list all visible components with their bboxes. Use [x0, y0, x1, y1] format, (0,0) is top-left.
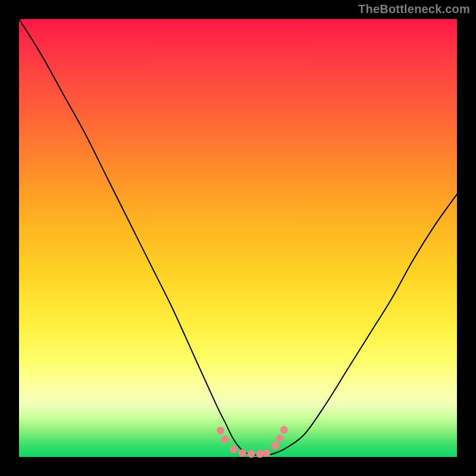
highlight-dot: [275, 435, 283, 443]
highlight-dot: [248, 450, 255, 458]
chart-frame: TheBottleneck.com: [0, 0, 476, 476]
chart-plot-area: [19, 19, 457, 457]
highlight-dot: [217, 427, 224, 434]
watermark-text: TheBottleneck.com: [358, 2, 470, 16]
highlight-dot: [280, 426, 288, 434]
highlight-dot: [256, 450, 264, 458]
highlight-dot: [230, 446, 237, 453]
highlight-dot: [271, 442, 279, 450]
chart-svg: [19, 19, 457, 457]
bottleneck-curve: [19, 19, 457, 455]
highlight-dot: [262, 449, 270, 457]
highlight-dot: [221, 436, 228, 443]
highlight-dot: [239, 449, 246, 457]
